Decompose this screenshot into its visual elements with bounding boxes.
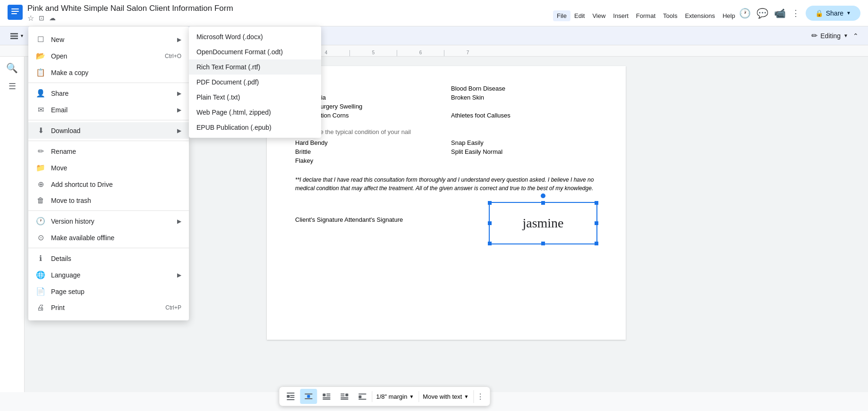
history-icon2: 🕐 bbox=[36, 217, 45, 226]
menu-item-version-history[interactable]: 🕐 Version history ▶ bbox=[28, 213, 189, 229]
wrap-none-btn[interactable]: ▼ bbox=[6, 29, 28, 42]
folder-icon[interactable]: ⊡ bbox=[39, 14, 44, 22]
chevron-down-editing-icon: ▼ bbox=[843, 33, 848, 38]
svg-rect-29 bbox=[340, 395, 344, 396]
more-options-icon[interactable]: ⋮ bbox=[791, 8, 800, 18]
menu-extensions[interactable]: Extensions bbox=[681, 10, 719, 21]
offline-icon: ⊙ bbox=[36, 233, 45, 242]
menu-item-download[interactable]: ⬇ Download ▶ bbox=[28, 122, 189, 139]
menu-help[interactable]: Help bbox=[719, 10, 739, 21]
svg-rect-1 bbox=[11, 8, 19, 9]
download-epub[interactable]: EPUB Publication (.epub) bbox=[189, 120, 321, 135]
menu-item-language[interactable]: 🌐 Language ▶ bbox=[28, 267, 189, 283]
svg-rect-4 bbox=[10, 33, 18, 34]
top-bar: Pink and White Simple Nail Salon Client … bbox=[0, 0, 868, 26]
download-rtf[interactable]: Rich Text Format (.rtf) bbox=[189, 59, 321, 75]
history-icon[interactable]: 🕐 bbox=[739, 8, 751, 19]
align-inline-left-btn[interactable] bbox=[282, 389, 299, 404]
chevron-down-move-icon: ▼ bbox=[464, 394, 468, 399]
arrow-icon3: ▶ bbox=[177, 107, 181, 113]
menu-item-page-setup[interactable]: 📄 Page setup bbox=[28, 283, 189, 300]
menu-format[interactable]: Format bbox=[632, 10, 659, 21]
align-wrap-left-btn[interactable] bbox=[318, 389, 335, 404]
download-pdf[interactable]: PDF Document (.pdf) bbox=[189, 75, 321, 90]
menu-item-add-shortcut[interactable]: ⊕ Add shortcut to Drive bbox=[28, 176, 189, 193]
menu-item-open[interactable]: 📂 Open Ctrl+O bbox=[28, 48, 189, 64]
download-icon: ⬇ bbox=[36, 126, 45, 135]
move-icon: 📁 bbox=[36, 163, 45, 172]
signature-area: Client's Signature Attendant's Signature bbox=[295, 202, 597, 244]
svg-rect-2 bbox=[11, 11, 19, 12]
menu-item-move[interactable]: 📁 Move bbox=[28, 159, 189, 176]
svg-rect-32 bbox=[358, 394, 366, 394]
align-inline-center-btn[interactable] bbox=[300, 389, 317, 404]
menu-item-email[interactable]: ✉ Email ▶ bbox=[28, 101, 189, 118]
handle-bl bbox=[488, 242, 492, 245]
meet-icon[interactable]: 📹 bbox=[774, 8, 786, 19]
condition-item bbox=[451, 103, 597, 110]
page-setup-icon: 📄 bbox=[36, 287, 45, 296]
condition-item: Blood Born Disease bbox=[451, 85, 597, 92]
download-docx[interactable]: Microsoft Word (.docx) bbox=[189, 29, 321, 44]
language-icon: 🌐 bbox=[36, 270, 45, 279]
svg-rect-19 bbox=[307, 395, 310, 398]
menu-item-share[interactable]: 👤 Share ▶ bbox=[28, 85, 189, 101]
align-break-btn[interactable] bbox=[354, 389, 371, 404]
menu-insert[interactable]: Insert bbox=[609, 10, 632, 21]
menu-bar: File Edit View Insert Format Tools Exten… bbox=[553, 10, 739, 23]
trash-icon: 🗑 bbox=[36, 196, 45, 205]
email-icon: ✉ bbox=[36, 105, 45, 114]
menu-edit[interactable]: Edit bbox=[570, 10, 588, 21]
svg-rect-18 bbox=[287, 399, 294, 400]
search-icon[interactable]: 🔍 bbox=[6, 62, 18, 74]
list-icon[interactable]: ☰ bbox=[9, 81, 16, 92]
arrow-icon6: ▶ bbox=[177, 272, 181, 278]
menu-item-print[interactable]: 🖨 Print Ctrl+P bbox=[28, 300, 189, 316]
handle-tl bbox=[488, 201, 492, 205]
declaration-text: **I declare that I have read this consul… bbox=[295, 176, 597, 193]
editing-dropdown[interactable]: ✏ Editing ▼ ⌃ bbox=[808, 29, 862, 42]
lock-icon: 🔒 bbox=[815, 9, 823, 17]
nail-col2: Snap Easily Split Easily Normal bbox=[451, 139, 597, 166]
download-odt[interactable]: OpenDocument Format (.odt) bbox=[189, 44, 321, 59]
nail-item: Flakey bbox=[295, 157, 442, 164]
health-conditions: Arthritis Hemophilia Recent Surgery Swel… bbox=[295, 85, 597, 121]
handle-tc bbox=[541, 201, 545, 205]
menu-item-make-copy[interactable]: 📋 Make a copy bbox=[28, 64, 189, 81]
svg-rect-26 bbox=[323, 399, 330, 400]
margin-dropdown[interactable]: 1/8" margin ▼ bbox=[372, 391, 417, 402]
svg-rect-0 bbox=[8, 5, 23, 20]
download-html[interactable]: Web Page (.html, zipped) bbox=[189, 105, 321, 120]
arrow-icon5: ▶ bbox=[177, 218, 181, 225]
anchor-handle bbox=[541, 193, 545, 198]
cloud-icon[interactable]: ☁ bbox=[49, 14, 56, 22]
svg-rect-3 bbox=[11, 13, 17, 14]
chevron-down-small-icon: ▼ bbox=[20, 34, 24, 38]
star-icon[interactable]: ☆ bbox=[27, 14, 34, 23]
arrow-icon2: ▶ bbox=[177, 90, 181, 97]
svg-rect-25 bbox=[323, 397, 330, 398]
share-button[interactable]: 🔒 Share ▼ bbox=[806, 6, 860, 21]
menu-file[interactable]: File bbox=[553, 10, 570, 21]
condition-item: Athletes foot Calluses bbox=[451, 112, 597, 119]
menu-item-new[interactable]: ☐ New ▶ bbox=[28, 31, 189, 48]
menu-item-move-trash[interactable]: 🗑 Move to trash bbox=[28, 193, 189, 209]
svg-rect-6 bbox=[10, 38, 18, 39]
menu-item-details[interactable]: ℹ Details bbox=[28, 250, 189, 267]
menu-view[interactable]: View bbox=[588, 10, 609, 21]
comment-icon[interactable]: 💬 bbox=[757, 8, 768, 19]
menu-tools[interactable]: Tools bbox=[659, 10, 681, 21]
align-wrap-right-btn[interactable] bbox=[336, 389, 353, 404]
collapse-icon[interactable]: ⌃ bbox=[853, 32, 859, 40]
doc-title[interactable]: Pink and White Simple Nail Salon Client … bbox=[27, 4, 548, 13]
share-icon: 👤 bbox=[36, 89, 45, 98]
move-with-text-dropdown[interactable]: Move with text ▼ bbox=[418, 391, 472, 402]
svg-rect-34 bbox=[358, 399, 366, 400]
svg-rect-24 bbox=[326, 395, 330, 396]
signature-label: Client's Signature Attendant's Signature bbox=[295, 216, 403, 223]
title-area: Pink and White Simple Nail Salon Client … bbox=[27, 4, 548, 23]
download-txt[interactable]: Plain Text (.txt) bbox=[189, 90, 321, 105]
more-options-button[interactable]: ⋮ bbox=[473, 390, 487, 403]
menu-item-rename[interactable]: ✏ Rename bbox=[28, 143, 189, 159]
menu-item-offline[interactable]: ⊙ Make available offline bbox=[28, 229, 189, 246]
